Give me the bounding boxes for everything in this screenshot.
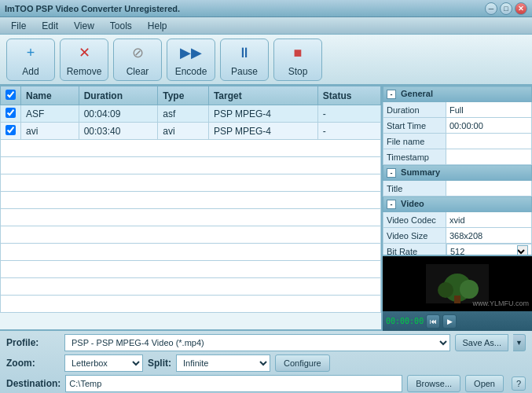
- clear-label: Clear: [127, 66, 149, 77]
- clear-icon: ⊘: [127, 42, 149, 64]
- menu-file[interactable]: File: [3, 19, 34, 33]
- configure-button[interactable]: Configure: [275, 354, 330, 372]
- menu-help[interactable]: Help: [140, 19, 175, 33]
- table-row[interactable]: avi 00:03:40 avi PSP MPEG-4 -: [1, 123, 381, 140]
- table-row-empty: [1, 157, 381, 174]
- preview-play-button[interactable]: ▶: [442, 314, 457, 329]
- table-row-empty: [1, 244, 381, 261]
- preview-controls: 00:00:00 ⏮ ▶: [383, 311, 532, 331]
- maximize-button[interactable]: □: [500, 2, 512, 15]
- save-as-button[interactable]: Save As...: [455, 334, 508, 351]
- select-all-checkbox[interactable]: [6, 90, 16, 100]
- prop-file-name-value: [446, 134, 532, 149]
- prop-video-size-value: 368x208: [446, 228, 532, 244]
- row-duration: 00:03:40: [79, 123, 158, 140]
- prop-video-codec-value: xvid: [446, 212, 532, 228]
- menu-tools[interactable]: Tools: [102, 19, 140, 33]
- zoom-select[interactable]: Letterbox: [64, 354, 143, 372]
- clear-button[interactable]: ⊘ Clear: [113, 39, 162, 81]
- stop-label: Stop: [288, 66, 308, 77]
- split-select[interactable]: Infinite: [176, 354, 270, 372]
- svg-point-4: [438, 282, 453, 298]
- row-type: avi: [158, 123, 209, 140]
- title-bar: ImTOO PSP Video Converter Unregistered. …: [0, 0, 532, 17]
- row-status: -: [317, 123, 380, 140]
- profile-select[interactable]: PSP - PSP MPEG-4 Video (*.mp4): [64, 334, 450, 351]
- row-duration: 00:04:09: [79, 105, 158, 123]
- destination-input[interactable]: [65, 375, 402, 392]
- row-name: ASF: [21, 105, 79, 123]
- prop-duration: Duration Full: [383, 102, 532, 118]
- prop-start-time: Start Time 00:00:00: [383, 118, 532, 134]
- prop-video-codec-key: Video Codec: [383, 212, 446, 228]
- row-checkbox[interactable]: [1, 123, 21, 140]
- prop-timestamp-value: [446, 149, 532, 165]
- encode-icon: ▶▶: [180, 42, 202, 64]
- file-table: Name Duration Type Target Status ASF 00:…: [0, 86, 381, 313]
- collapse-summary-icon[interactable]: -: [387, 168, 396, 178]
- zoom-label: Zoom:: [6, 358, 60, 369]
- app-title: ImTOO PSP Video Converter Unregistered.: [5, 4, 180, 13]
- prop-start-time-value: 00:00:00: [446, 118, 532, 134]
- pause-label: Pause: [231, 66, 258, 77]
- stop-button[interactable]: ■ Stop: [273, 39, 322, 81]
- minimize-button[interactable]: ─: [485, 2, 497, 15]
- section-video: - Video: [383, 196, 532, 212]
- prop-timestamp-key: Timestamp: [383, 149, 446, 165]
- help-button[interactable]: ?: [512, 376, 526, 391]
- row-target: PSP MPEG-4: [208, 105, 317, 123]
- encode-button[interactable]: ▶▶ Encode: [167, 39, 215, 81]
- open-button[interactable]: Open: [465, 375, 504, 392]
- encode-label: Encode: [175, 66, 207, 77]
- toolbar: + Add ✕ Remove ⊘ Clear ▶▶ Encode ⏸ Pause…: [0, 35, 532, 86]
- file-list-area: Name Duration Type Target Status ASF 00:…: [0, 86, 383, 329]
- svg-point-3: [460, 280, 479, 299]
- table-row-empty: [1, 140, 381, 157]
- window-controls: ─ □ ✕: [485, 2, 527, 15]
- properties-table: - General Duration Full Start Time 00:00…: [383, 86, 532, 255]
- table-row-empty: [1, 209, 381, 226]
- table-row-empty: [1, 278, 381, 296]
- destination-label: Destination:: [6, 378, 61, 389]
- prop-duration-value: Full: [446, 102, 532, 118]
- browse-button[interactable]: Browse...: [407, 375, 460, 392]
- row-target: PSP MPEG-4: [208, 123, 317, 140]
- prop-video-size-key: Video Size: [383, 228, 446, 244]
- col-status: Status: [317, 86, 380, 105]
- add-label: Add: [22, 66, 39, 77]
- table-row[interactable]: ASF 00:04:09 asf PSP MPEG-4 -: [1, 105, 381, 123]
- remove-label: Remove: [67, 66, 102, 77]
- menu-edit[interactable]: Edit: [34, 19, 66, 33]
- prop-start-time-key: Start Time: [383, 118, 446, 134]
- prop-duration-key: Duration: [383, 102, 446, 118]
- prop-bit-rate: Bit Rate 512: [383, 244, 532, 255]
- close-button[interactable]: ✕: [515, 2, 527, 15]
- table-row-empty: [1, 261, 381, 278]
- prop-title: Title: [383, 181, 532, 196]
- prop-title-value: [446, 181, 532, 196]
- add-icon: +: [20, 42, 42, 64]
- properties-panel: - General Duration Full Start Time 00:00…: [383, 86, 532, 255]
- col-type: Type: [158, 86, 209, 105]
- bit-rate-dropdown[interactable]: [517, 245, 528, 255]
- main-area: Name Duration Type Target Status ASF 00:…: [0, 86, 532, 329]
- col-name: Name: [21, 86, 79, 105]
- collapse-video-icon[interactable]: -: [387, 200, 396, 209]
- table-row-empty: [1, 174, 381, 192]
- prop-bit-rate-key: Bit Rate: [383, 244, 446, 255]
- remove-icon: ✕: [73, 42, 95, 64]
- collapse-general-icon[interactable]: -: [387, 90, 396, 99]
- row-checkbox[interactable]: [1, 105, 21, 123]
- add-button[interactable]: + Add: [6, 39, 55, 81]
- destination-row: Destination: Browse... Open ?: [6, 375, 526, 392]
- row-type: asf: [158, 105, 209, 123]
- section-summary-label: Summary: [401, 167, 440, 177]
- menu-view[interactable]: View: [66, 19, 102, 33]
- save-as-arrow-button[interactable]: ▼: [513, 334, 526, 351]
- table-row-empty: [1, 226, 381, 244]
- stop-icon: ■: [287, 42, 309, 64]
- preview-rewind-button[interactable]: ⏮: [426, 314, 440, 329]
- remove-button[interactable]: ✕ Remove: [60, 39, 108, 81]
- profile-label: Profile:: [6, 337, 60, 348]
- pause-button[interactable]: ⏸ Pause: [220, 39, 269, 81]
